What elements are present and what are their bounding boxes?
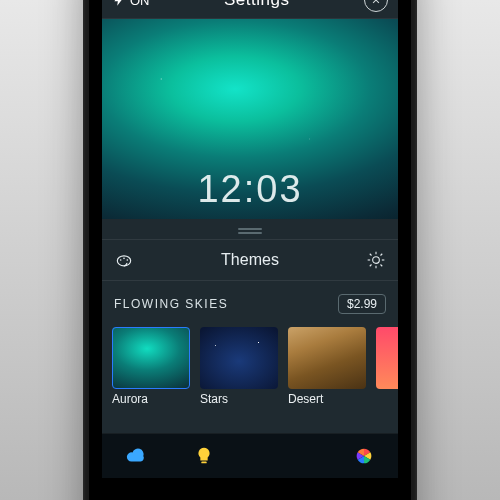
close-button[interactable] (364, 0, 388, 12)
svg-point-2 (123, 258, 125, 260)
palette-icon (114, 250, 134, 270)
thumb-label: Stars (200, 392, 278, 406)
themes-label: Themes (221, 251, 279, 269)
cloud-icon (125, 445, 147, 467)
preview-clock: 12:03 (102, 168, 398, 211)
price-button[interactable]: $2.99 (338, 294, 386, 314)
tab-weather[interactable] (125, 445, 147, 467)
drag-handle[interactable] (102, 219, 398, 239)
theme-thumb-stars[interactable]: Stars (200, 327, 278, 406)
theme-pack-row: FLOWING SKIES $2.99 (102, 281, 398, 321)
bulb-icon (193, 445, 215, 467)
close-icon (371, 0, 381, 5)
color-wheel-icon (353, 445, 375, 467)
bolt-icon (112, 0, 126, 7)
thumb-image (288, 327, 366, 389)
theme-thumb-aurora[interactable]: Aurora (112, 327, 190, 406)
tab-ideas[interactable] (193, 445, 215, 467)
theme-preview: 12:03 (102, 19, 398, 219)
theme-thumb-more[interactable] (376, 327, 398, 406)
app-screen: ON Settings 12:03 (102, 0, 398, 478)
svg-line-10 (380, 265, 382, 267)
svg-point-4 (373, 257, 380, 264)
thumb-label: Desert (288, 392, 366, 406)
settings-header: ON Settings (102, 0, 398, 19)
thumb-image (376, 327, 398, 389)
phone-frame: ON Settings 12:03 (83, 0, 417, 500)
flash-toggle[interactable]: ON (112, 0, 150, 8)
themes-section-header: Themes (102, 239, 398, 281)
thumb-label: Aurora (112, 392, 190, 406)
page-title: Settings (224, 0, 289, 10)
theme-thumb-desert[interactable]: Desert (288, 327, 366, 406)
svg-point-1 (120, 259, 122, 261)
thumb-image (200, 327, 278, 389)
theme-thumbnails[interactable]: Aurora Stars Desert (102, 321, 398, 406)
svg-line-9 (370, 254, 372, 256)
svg-point-0 (117, 256, 130, 266)
theme-pack-name: FLOWING SKIES (114, 297, 228, 311)
svg-line-12 (380, 254, 382, 256)
tab-color[interactable] (353, 445, 375, 467)
thumb-image (112, 327, 190, 389)
svg-point-3 (127, 259, 129, 261)
svg-line-11 (370, 265, 372, 267)
tab-bar (102, 433, 398, 478)
flash-label: ON (130, 0, 150, 8)
brightness-icon[interactable] (366, 250, 386, 270)
svg-rect-13 (201, 462, 207, 464)
